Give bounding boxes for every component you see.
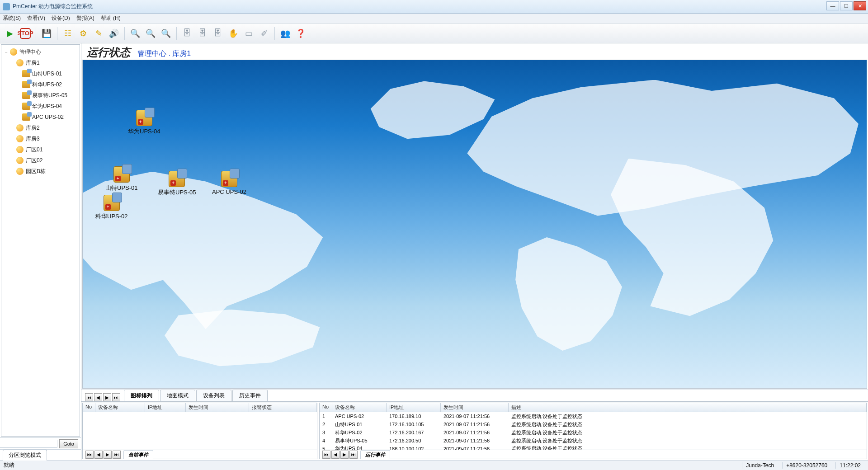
zoom-icon: 🔍: [161, 28, 171, 38]
col-name[interactable]: 设备名称: [95, 403, 145, 412]
col-alarm[interactable]: 报警状态: [249, 403, 317, 412]
alarm-grid: No 设备名称 IP地址 发生时间 报警状态 ⏮ ◀ ▶ ⏭ 当前事件: [82, 403, 317, 459]
col-time[interactable]: 发生时间: [441, 403, 509, 412]
db-button-3[interactable]: 🗄: [212, 27, 224, 40]
cell-name: 山特UPS-01: [332, 421, 387, 428]
col-name[interactable]: 设备名称: [332, 403, 387, 412]
table-row[interactable]: 2山特UPS-01172.16.100.1052021-09-07 11:21:…: [320, 420, 867, 428]
table-row[interactable]: 1APC UPS-02170.16.189.102021-09-07 11:21…: [320, 412, 867, 420]
expand-icon[interactable]: −: [9, 61, 16, 66]
zoom-button-2[interactable]: 🔍: [144, 27, 157, 40]
map-device[interactable]: 华为UPS-04: [128, 110, 160, 136]
tree-device[interactable]: 易事特UPS-05: [3, 90, 78, 101]
sound-icon: 🔊: [109, 28, 119, 38]
db-button-2[interactable]: 🗄: [196, 27, 209, 40]
nav-first[interactable]: ⏮: [85, 393, 93, 401]
tree-root[interactable]: − 管理中心: [3, 47, 78, 57]
tab-map-mode[interactable]: 地图模式: [160, 390, 195, 401]
tab-device-list[interactable]: 设备列表: [196, 390, 231, 401]
tree-node[interactable]: −库房1: [3, 57, 78, 68]
menu-system[interactable]: 系统(S): [3, 14, 21, 22]
device-icon: [113, 166, 130, 183]
tree-node[interactable]: 库房2: [3, 122, 78, 133]
nav-last[interactable]: ⏭: [349, 451, 358, 459]
close-button[interactable]: ✕: [854, 1, 866, 10]
col-desc[interactable]: 描述: [509, 403, 867, 412]
left-panel: − 管理中心 −库房1山特UPS-01科华UPS-02易事特UPS-05华为UP…: [0, 43, 81, 460]
goto-input[interactable]: [0, 440, 57, 448]
nav-next[interactable]: ▶: [340, 451, 349, 459]
menu-alarm[interactable]: 警报(A): [76, 14, 94, 22]
tree-node[interactable]: 厂区01: [3, 144, 78, 155]
db-button-1[interactable]: 🗄: [181, 27, 193, 40]
nav-prev[interactable]: ◀: [94, 393, 102, 401]
map-device[interactable]: 山特UPS-01: [105, 166, 138, 192]
play-button[interactable]: ▶: [4, 27, 16, 40]
map-device[interactable]: 科华UPS-02: [95, 195, 128, 221]
nav-first[interactable]: ⏮: [322, 451, 330, 459]
map-area[interactable]: 华为UPS-04山特UPS-01易事特UPS-05APC UPS-02科华UPS…: [82, 60, 867, 389]
nav-last[interactable]: ⏭: [113, 451, 121, 459]
nav-first[interactable]: ⏮: [85, 451, 94, 459]
tree-node[interactable]: 库房3: [3, 133, 78, 144]
tree-node[interactable]: 厂区02: [3, 155, 78, 166]
col-ip[interactable]: IP地址: [387, 403, 441, 412]
hand-button[interactable]: ✋: [227, 27, 240, 40]
tool-button-3[interactable]: ✎: [92, 27, 105, 40]
tree-node[interactable]: 园区B栋: [3, 166, 78, 177]
users-button[interactable]: 👥: [279, 27, 292, 40]
box-button[interactable]: ▭: [242, 27, 255, 40]
stop-button[interactable]: STOP: [19, 27, 32, 40]
map-device[interactable]: APC UPS-02: [212, 171, 246, 195]
table-row[interactable]: 5华为UPS-04186.10.100.1022021-09-07 11:21:…: [320, 445, 867, 450]
nav-prev[interactable]: ◀: [331, 451, 340, 459]
maximize-button[interactable]: ☐: [840, 1, 853, 10]
menu-help[interactable]: 帮助 (H): [101, 14, 121, 22]
menu-device[interactable]: 设备(D): [52, 14, 70, 22]
zoom-icon: 🔍: [146, 28, 156, 38]
col-time[interactable]: 发生时间: [186, 403, 249, 412]
tab-current-events[interactable]: 当前事件: [123, 450, 153, 459]
nav-next[interactable]: ▶: [103, 393, 111, 401]
cell-name: 华为UPS-04: [332, 445, 387, 450]
tool-icon: ✎: [95, 28, 102, 38]
left-panel-tabs: 分区浏览模式: [0, 449, 81, 460]
nav-last[interactable]: ⏭: [112, 393, 120, 401]
sound-button[interactable]: 🔊: [108, 27, 120, 40]
table-row[interactable]: 3科华UPS-02172.16.200.1672021-09-07 11:21:…: [320, 428, 867, 437]
nav-prev[interactable]: ◀: [94, 451, 103, 459]
tree-device[interactable]: 科华UPS-02: [3, 79, 78, 90]
tree-device[interactable]: APC UPS-02: [3, 112, 78, 122]
tool-button-2[interactable]: ⚙: [77, 27, 90, 40]
tab-run-events[interactable]: 运行事件: [360, 450, 390, 459]
panel-tab-browse[interactable]: 分区浏览模式: [3, 450, 47, 461]
tool-button-1[interactable]: ☷: [61, 27, 74, 40]
zoom-icon: 🔍: [130, 28, 140, 38]
minimize-button[interactable]: —: [826, 1, 839, 10]
tree-device[interactable]: 山特UPS-01: [3, 68, 78, 79]
save-button[interactable]: 💾: [40, 27, 53, 40]
map-device[interactable]: 易事特UPS-05: [158, 171, 196, 197]
goto-button[interactable]: Goto: [59, 439, 78, 448]
col-no[interactable]: No: [320, 403, 332, 412]
toolbar-separator: [176, 27, 177, 40]
col-no[interactable]: No: [83, 403, 95, 412]
edit-button[interactable]: ✐: [258, 27, 270, 40]
map-continent: [506, 237, 663, 355]
help-button[interactable]: ❓: [294, 27, 307, 40]
tree-view[interactable]: − 管理中心 −库房1山特UPS-01科华UPS-02易事特UPS-05华为UP…: [1, 44, 80, 437]
zoom-button-3[interactable]: 🔍: [160, 27, 172, 40]
expand-icon[interactable]: −: [3, 50, 9, 55]
tab-icon-layout[interactable]: 图标排列: [124, 390, 159, 401]
h-scrollbar[interactable]: [83, 442, 317, 450]
nav-next[interactable]: ▶: [104, 451, 112, 459]
col-ip[interactable]: IP地址: [145, 403, 186, 412]
zoom-button-1[interactable]: 🔍: [129, 27, 142, 40]
menu-view[interactable]: 查看(V): [27, 14, 45, 22]
tree-device[interactable]: 华为UPS-04: [3, 101, 78, 112]
titlebar: PmCenter 动力电源综合监控系统 — ☐ ✕: [0, 0, 868, 14]
grid-body[interactable]: 1APC UPS-02170.16.189.102021-09-07 11:21…: [320, 412, 867, 450]
grid-body[interactable]: [83, 412, 317, 442]
table-row[interactable]: 4易事特UPS-05172.16.200.502021-09-07 11:21:…: [320, 437, 867, 445]
tab-history[interactable]: 历史事件: [232, 390, 268, 401]
